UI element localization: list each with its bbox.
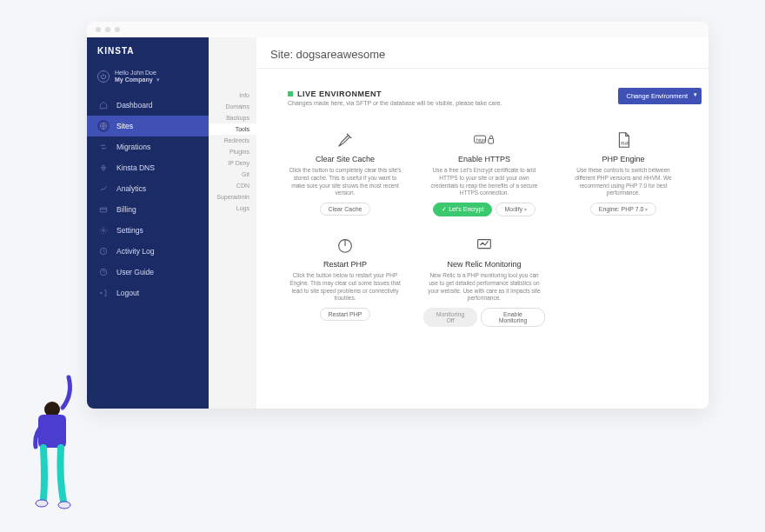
- migrate-icon: [97, 141, 110, 153]
- environment-bar: LIVE ENVIRONMENT Changes made here, via …: [256, 90, 708, 111]
- subnav-cdn[interactable]: CDN: [209, 180, 256, 191]
- logo: KINSTA: [87, 37, 209, 66]
- nav-dashboard[interactable]: Dashboard: [87, 95, 209, 116]
- subnav-ipdeny[interactable]: IP Deny: [209, 157, 256, 169]
- card-restart-php: Restart PHP Click the button below to re…: [277, 225, 413, 336]
- svg-rect-1: [100, 208, 107, 212]
- subnav-info[interactable]: Info: [209, 90, 256, 101]
- nav-activity[interactable]: Activity Log: [87, 241, 209, 262]
- globe-icon: [97, 120, 110, 132]
- nav-guide[interactable]: User Guide: [87, 262, 209, 283]
- power-icon: [284, 234, 406, 256]
- nav-logout[interactable]: Logout: [87, 283, 209, 303]
- activity-icon: [97, 245, 110, 257]
- clear-cache-button[interactable]: Clear Cache: [320, 203, 371, 216]
- nav-label: Kinsta DNS: [116, 163, 155, 172]
- chevron-down-icon: ▾: [156, 76, 160, 83]
- card-desc: Use these controls to switch between dif…: [562, 167, 684, 197]
- dns-icon: [97, 162, 110, 174]
- nav-label: Sites: [116, 122, 133, 130]
- billing-icon: [97, 203, 110, 216]
- guide-icon: [97, 266, 110, 278]
- subnav-git[interactable]: Git: [209, 169, 256, 180]
- subnav-backups[interactable]: Backups: [209, 112, 256, 123]
- svg-point-13: [58, 502, 70, 509]
- nav-label: Settings: [116, 226, 143, 235]
- https-lock-icon: https: [423, 129, 545, 151]
- nav-label: Activity Log: [116, 247, 154, 256]
- nav-dns[interactable]: Kinsta DNS: [87, 157, 209, 178]
- card-desc: Click the button below to restart your P…: [284, 272, 406, 303]
- browser-traffic-lights: [87, 22, 708, 37]
- svg-point-4: [100, 269, 107, 276]
- monitoring-status: Monitoring Off: [423, 308, 477, 327]
- nav-analytics[interactable]: Analytics: [87, 178, 209, 199]
- main-sidebar: KINSTA Hello John Doe My Company▾ Dashbo…: [87, 37, 209, 409]
- primary-nav: Dashboard Sites Migrations Kinsta DNS An…: [87, 95, 209, 303]
- nav-label: Analytics: [116, 184, 146, 193]
- nav-settings[interactable]: Settings: [87, 220, 209, 241]
- nav-migrations[interactable]: Migrations: [87, 136, 209, 157]
- svg-rect-7: [489, 138, 494, 143]
- change-environment-dropdown[interactable]: Change Environment: [618, 88, 702, 104]
- card-clear-cache: Clear Site Cache Click the button to com…: [277, 120, 413, 225]
- enable-monitoring-button[interactable]: Enable Monitoring: [481, 308, 545, 327]
- logout-icon: [97, 287, 110, 299]
- site-subnav: Info Domains Backups Tools Redirects Plu…: [209, 37, 256, 409]
- broom-icon: [284, 129, 406, 151]
- analytics-icon: [97, 183, 110, 195]
- nav-sites[interactable]: Sites: [87, 116, 209, 136]
- user-switcher[interactable]: Hello John Doe My Company▾: [87, 66, 209, 95]
- svg-point-2: [103, 229, 105, 232]
- svg-point-12: [36, 500, 48, 507]
- card-desc: Click the button to completely clear thi…: [284, 167, 406, 197]
- card-desc: Use a free Let's Encrypt certificate to …: [423, 167, 545, 197]
- live-indicator-icon: [288, 91, 293, 96]
- php-engine-dropdown[interactable]: Engine: PHP 7.0: [590, 203, 656, 216]
- monitor-icon: [423, 234, 545, 256]
- php-file-icon: PHP: [562, 129, 684, 151]
- home-icon: [97, 99, 110, 111]
- svg-text:https: https: [476, 138, 486, 143]
- nav-billing[interactable]: Billing: [87, 199, 209, 220]
- card-https: https Enable HTTPS Use a free Let's Encr…: [416, 120, 552, 225]
- subnav-redirects[interactable]: Redirects: [209, 135, 256, 146]
- card-title: New Relic Monitoring: [423, 260, 545, 269]
- svg-text:PHP: PHP: [621, 142, 629, 146]
- subnav-tools[interactable]: Tools: [209, 123, 256, 135]
- card-php-engine: PHP PHP Engine Use these controls to swi…: [555, 120, 691, 225]
- nav-label: User Guide: [116, 268, 154, 276]
- decorative-illustration: [21, 373, 82, 516]
- nav-label: Billing: [116, 205, 136, 214]
- subnav-logs[interactable]: Logs: [209, 203, 256, 214]
- settings-icon: [97, 224, 110, 236]
- nav-label: Migrations: [116, 143, 150, 151]
- nav-label: Logout: [116, 289, 139, 297]
- card-title: Restart PHP: [284, 260, 406, 269]
- subnav-superadmin[interactable]: Superadmin: [209, 191, 256, 203]
- nav-label: Dashboard: [116, 101, 153, 110]
- card-desc: New Relic is a PHP monitoring tool you c…: [423, 272, 545, 303]
- page-title: Site: dogsareawesome: [256, 37, 708, 69]
- modify-https-dropdown[interactable]: Modify: [496, 203, 535, 216]
- card-title: Enable HTTPS: [423, 155, 545, 163]
- user-label: Hello John Doe My Company▾: [115, 70, 160, 84]
- power-icon: [97, 70, 110, 83]
- card-title: PHP Engine: [562, 155, 684, 163]
- card-new-relic: New Relic Monitoring New Relic is a PHP …: [416, 225, 552, 336]
- lets-encrypt-button[interactable]: Let's Encrypt: [433, 203, 492, 216]
- restart-php-button[interactable]: Restart PHP: [320, 308, 371, 321]
- subnav-plugins[interactable]: Plugins: [209, 146, 256, 157]
- card-title: Clear Site Cache: [284, 155, 406, 163]
- subnav-domains[interactable]: Domains: [209, 101, 256, 112]
- main-content: Site: dogsareawesome LIVE ENVIRONMENT Ch…: [256, 37, 708, 409]
